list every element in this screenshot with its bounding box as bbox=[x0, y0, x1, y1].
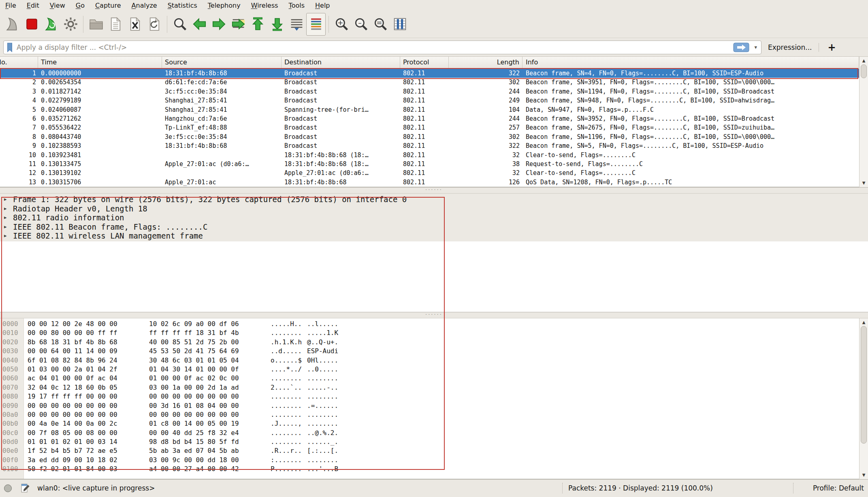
menu-file[interactable]: File bbox=[0, 1, 21, 10]
expand-arrow-icon[interactable]: ▸ bbox=[4, 204, 13, 213]
packet-row[interactable]: 90.10238859318:31:bf:4b:8b:68Broadcast80… bbox=[0, 141, 868, 150]
zoom-out-button[interactable]: – bbox=[351, 13, 371, 36]
hex-row[interactable]: 00208b 68 18 31 bf 4b 8b 6840 00 85 51 2… bbox=[0, 338, 858, 347]
detail-row[interactable]: ▸Radiotap Header v0, Length 18 bbox=[0, 204, 868, 213]
scroll-up-icon[interactable]: ▲ bbox=[859, 319, 868, 326]
go-to-packet-button[interactable] bbox=[228, 13, 248, 36]
restart-capture-button[interactable] bbox=[41, 13, 61, 36]
packet-row[interactable]: 120.130139102Apple_27:01:ac (d0:a6:…802.… bbox=[0, 169, 868, 177]
packet-bytes-scrollbar-thumb[interactable] bbox=[861, 326, 867, 444]
scroll-down-icon[interactable]: ▼ bbox=[859, 472, 868, 478]
menu-telephony[interactable]: Telephony bbox=[203, 1, 246, 10]
status-interface-text: wlan0: <live capture in progress> bbox=[37, 484, 155, 492]
packet-row[interactable]: 110.130133475Apple_27:01:ac (d0:a6:…18:3… bbox=[0, 160, 868, 169]
svg-text:–: – bbox=[358, 19, 361, 27]
expand-arrow-icon[interactable]: ▸ bbox=[4, 213, 13, 222]
detail-row[interactable]: ▸IEEE 802.11 wireless LAN management fra… bbox=[0, 231, 868, 241]
find-packet-button[interactable] bbox=[170, 13, 190, 36]
menu-edit[interactable]: Edit bbox=[21, 1, 45, 10]
go-first-button[interactable] bbox=[248, 13, 267, 36]
column-header-length[interactable]: Length bbox=[449, 57, 523, 68]
go-forward-button[interactable] bbox=[209, 13, 228, 36]
packet-list-scrollbar-thumb[interactable] bbox=[861, 64, 867, 78]
status-profile[interactable]: Profile: Default bbox=[813, 484, 864, 492]
filter-bookmark-icon[interactable] bbox=[6, 43, 13, 52]
packet-row[interactable]: 40.022799189Shanghai_27:85:41Broadcast80… bbox=[0, 96, 868, 105]
auto-scroll-button[interactable] bbox=[287, 13, 306, 36]
save-file-button[interactable] bbox=[106, 13, 125, 36]
hex-row[interactable]: 00f03a ed dd 09 00 10 18 0203 00 9c 00 0… bbox=[0, 456, 858, 465]
menu-bar: FileEditViewGoCaptureAnalyzeStatisticsTe… bbox=[0, 0, 868, 11]
filter-apply-button[interactable] bbox=[733, 43, 749, 52]
reload-file-button[interactable] bbox=[145, 13, 164, 36]
column-header-protocol[interactable]: Protocol bbox=[400, 57, 449, 68]
column-header-source[interactable]: Source bbox=[162, 57, 282, 68]
column-header-time[interactable]: Time bbox=[38, 57, 162, 68]
hex-row[interactable]: 00d001 01 01 02 01 00 03 1498 d8 bd b4 1… bbox=[0, 437, 858, 446]
packet-row[interactable]: 20.002654354d6:61:fe:cd:7a:6eBroadcast80… bbox=[0, 78, 868, 87]
hex-row[interactable]: 005001 03 00 00 2a 01 04 2f01 04 30 14 0… bbox=[0, 365, 858, 374]
hex-row[interactable]: 010050 f2 02 01 01 84 00 03a4 00 00 27 a… bbox=[0, 465, 858, 474]
scroll-up-icon[interactable]: ▲ bbox=[859, 58, 868, 64]
hex-row[interactable]: 00b000 4a 0e 14 00 0a 00 2c01 c8 00 14 0… bbox=[0, 419, 858, 428]
packet-row[interactable]: 60.035271262Hangzhou_cd:7a:6eBroadcast80… bbox=[0, 114, 868, 123]
expression-button[interactable]: Expression... bbox=[768, 43, 812, 51]
menu-analyze[interactable]: Analyze bbox=[126, 1, 162, 10]
menu-wireless[interactable]: Wireless bbox=[246, 1, 284, 10]
packet-bytes-scrollbar[interactable]: ▲ ▼ bbox=[859, 318, 868, 479]
menu-go[interactable]: Go bbox=[70, 1, 90, 10]
menu-capture[interactable]: Capture bbox=[90, 1, 126, 10]
capture-options-button[interactable] bbox=[61, 13, 80, 36]
hex-row[interactable]: 00c000 7f 08 05 00 08 00 0000 00 40 dd 2… bbox=[0, 429, 858, 437]
hex-row[interactable]: 0060ac 04 01 00 00 0f ac 0401 00 00 0f a… bbox=[0, 374, 858, 383]
hex-row[interactable]: 00a000 00 00 00 00 00 00 0000 00 00 00 0… bbox=[0, 410, 858, 419]
stop-capture-button[interactable] bbox=[22, 13, 41, 36]
hex-row[interactable]: 009000 00 00 00 00 00 00 0000 3d 16 01 0… bbox=[0, 401, 858, 410]
detail-row[interactable]: ▸Frame 1: 322 bytes on wire (2576 bits),… bbox=[0, 195, 868, 204]
splitter-list-details[interactable]: ······ bbox=[0, 187, 868, 194]
hex-row[interactable]: 001000 00 80 00 00 00 ff ffff ff ff ff 1… bbox=[0, 328, 858, 337]
packet-row[interactable]: 100.10392348118:31:bf:4b:8b:68 (18:…802.… bbox=[0, 151, 868, 160]
open-file-button[interactable] bbox=[86, 13, 106, 36]
packet-list-scrollbar[interactable]: ▲ ▼ bbox=[859, 57, 868, 187]
menu-statistics[interactable]: Statistics bbox=[162, 1, 203, 10]
column-header-destination[interactable]: Destination bbox=[282, 57, 400, 68]
close-file-button[interactable] bbox=[125, 13, 145, 36]
packet-row[interactable]: 130.130315706Apple_27:01:ac18:31:bf:4b:8… bbox=[0, 178, 868, 187]
colorize-button[interactable] bbox=[306, 13, 326, 36]
packet-row[interactable]: 80.0804437403e:f5:cc:0e:35:84Broadcast80… bbox=[0, 132, 868, 141]
hex-row[interactable]: 00e01f 52 b4 b5 b7 72 ae e55b ab 3a ed 0… bbox=[0, 446, 858, 455]
zoom-original-button[interactable]: = bbox=[371, 13, 390, 36]
packet-row[interactable]: 70.055536422Tp-LinkT_ef:48:88Broadcast80… bbox=[0, 123, 868, 132]
column-header-info[interactable]: Info bbox=[523, 57, 859, 68]
filter-add-button[interactable]: + bbox=[825, 42, 842, 53]
menu-help[interactable]: Help bbox=[310, 1, 335, 10]
capture-status-icon[interactable] bbox=[4, 484, 12, 492]
filter-apply-dropdown-icon[interactable]: ▾ bbox=[753, 44, 759, 50]
hex-row[interactable]: 00406f 01 08 82 84 8b 96 2430 48 6c 03 0… bbox=[0, 356, 858, 365]
hex-row[interactable]: 008019 17 ff ff ff 00 00 0000 00 00 00 0… bbox=[0, 392, 858, 401]
zoom-in-button[interactable]: + bbox=[332, 13, 351, 36]
packet-row[interactable]: 10.00000000018:31:bf:4b:8b:68Broadcast80… bbox=[0, 69, 868, 78]
scroll-down-icon[interactable]: ▼ bbox=[859, 180, 868, 186]
start-capture-button[interactable] bbox=[2, 13, 22, 36]
expand-arrow-icon[interactable]: ▸ bbox=[4, 222, 13, 232]
column-header-no[interactable]: No. bbox=[0, 57, 38, 68]
expand-arrow-icon[interactable]: ▸ bbox=[4, 231, 13, 241]
go-back-button[interactable] bbox=[190, 13, 209, 36]
menu-tools[interactable]: Tools bbox=[284, 1, 310, 10]
splitter-details-bytes[interactable]: ······ bbox=[0, 312, 868, 318]
menu-view[interactable]: View bbox=[45, 1, 70, 10]
detail-row[interactable]: ▸802.11 radio information bbox=[0, 213, 868, 222]
hex-row[interactable]: 000000 00 12 00 2e 48 00 0010 02 6c 09 a… bbox=[0, 320, 858, 328]
hex-row[interactable]: 007032 04 0c 12 18 60 0b 0503 00 1a 00 0… bbox=[0, 383, 858, 392]
hex-row[interactable]: 003000 00 64 00 11 14 00 0945 53 50 2d 4… bbox=[0, 347, 858, 356]
packet-row[interactable]: 50.024060087Shanghai_27:85:41Spanning-tr… bbox=[0, 105, 868, 114]
detail-row[interactable]: ▸IEEE 802.11 Beacon frame, Flags: ......… bbox=[0, 222, 868, 232]
packet-row[interactable]: 30.0118271423c:f5:cc:0e:35:84Broadcast80… bbox=[0, 87, 868, 96]
resize-columns-button[interactable] bbox=[390, 13, 409, 36]
go-last-button[interactable] bbox=[267, 13, 287, 36]
capture-comment-icon[interactable] bbox=[20, 483, 30, 494]
display-filter-input[interactable]: Apply a display filter ... <Ctrl-/> ▾ bbox=[3, 41, 761, 54]
expand-arrow-icon[interactable]: ▸ bbox=[4, 195, 13, 204]
